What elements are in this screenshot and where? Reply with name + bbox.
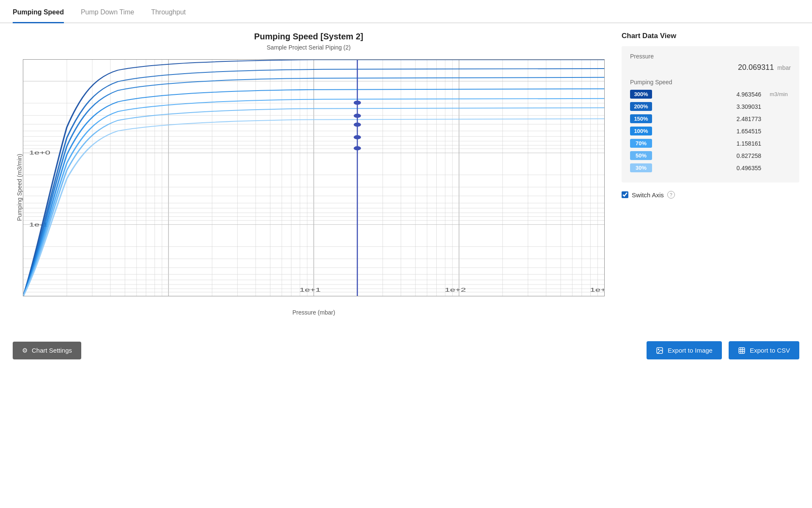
export-image-label: Export to Image — [668, 347, 713, 354]
pressure-value: 20.069311 — [738, 63, 774, 72]
data-view-box: Pressure 20.069311 mbar Pumping Speed 30… — [622, 46, 799, 182]
speed-row-30pct: 30%0.496355 — [630, 163, 791, 172]
speed-unit-300pct: m3/min — [770, 91, 791, 97]
speed-value-70pct: 1.158161 — [656, 140, 765, 147]
chart-settings-label: Chart Settings — [32, 347, 72, 354]
speed-row-150pct: 150%2.481773 — [630, 114, 791, 123]
svg-point-73 — [354, 146, 361, 150]
x-axis-label: Pressure (mbar) — [23, 309, 605, 316]
speed-value-50pct: 0.827258 — [656, 152, 765, 159]
speed-badge-30pct: 30% — [630, 163, 652, 172]
svg-text:1e+1: 1e+1 — [300, 287, 321, 293]
speed-row-70pct: 70%1.158161 — [630, 139, 791, 148]
right-panel: Chart Data View Pressure 20.069311 mbar … — [622, 32, 799, 316]
export-image-button[interactable]: Export to Image — [647, 341, 722, 359]
switch-axis-checkbox[interactable] — [622, 191, 628, 198]
chart-data-view-title: Chart Data View — [622, 32, 799, 40]
export-csv-label: Export to CSV — [750, 347, 790, 354]
speed-value-300pct: 4.963546 — [656, 91, 765, 98]
chart-settings-button[interactable]: ⚙ Chart Settings — [13, 342, 81, 359]
main-content: Pumping Speed [System 2] Sample Project … — [0, 23, 812, 324]
svg-text:1e+2: 1e+2 — [445, 287, 466, 293]
speed-badge-150pct: 150% — [630, 114, 652, 123]
bottom-toolbar: ⚙ Chart Settings Export to Image — [0, 333, 812, 368]
chart-wrapper: Pumping Speed (m3/min) — [13, 59, 605, 316]
switch-axis-label: Switch Axis — [632, 191, 664, 199]
tab-throughput[interactable]: Throughput — [151, 8, 186, 23]
export-csv-icon — [738, 346, 746, 354]
export-buttons: Export to Image Export to CSV — [647, 341, 799, 359]
export-csv-button[interactable]: Export to CSV — [729, 341, 799, 359]
svg-point-69 — [354, 101, 361, 105]
speed-row-300pct: 300%4.963546m3/min — [630, 90, 791, 99]
chart-subtitle: Sample Project Serial Piping (2) — [267, 44, 350, 51]
speed-badge-70pct: 70% — [630, 139, 652, 148]
svg-point-70 — [354, 114, 361, 118]
speed-value-100pct: 1.654515 — [656, 128, 765, 135]
speed-row-50pct: 50%0.827258 — [630, 151, 791, 160]
tab-pump-down-time[interactable]: Pump Down Time — [81, 8, 134, 23]
pressure-row: 20.069311 mbar — [630, 63, 791, 72]
svg-text:1e+3: 1e+3 — [590, 287, 605, 293]
help-icon[interactable]: ? — [667, 191, 675, 199]
pumping-speed-label: Pumping Speed — [630, 79, 791, 86]
pressure-section-label: Pressure — [630, 53, 791, 60]
speed-value-150pct: 2.481773 — [656, 116, 765, 122]
svg-text:1e+0: 1e+0 — [29, 149, 50, 156]
chart-svg[interactable]: 1e+0 1e-1 1e+1 1e+2 1e+3 — [23, 59, 605, 296]
gear-icon: ⚙ — [22, 347, 28, 354]
speed-value-200pct: 3.309031 — [656, 103, 765, 110]
chart-title: Pumping Speed [System 2] — [254, 32, 363, 41]
svg-rect-76 — [739, 348, 745, 353]
speed-row-100pct: 100%1.654515 — [630, 127, 791, 135]
svg-point-72 — [354, 135, 361, 139]
svg-point-75 — [658, 349, 659, 350]
export-image-icon — [656, 346, 663, 354]
chart-area: 1e+0 1e-1 1e+1 1e+2 1e+3 — [23, 59, 605, 316]
svg-point-71 — [354, 122, 361, 127]
speed-value-30pct: 0.496355 — [656, 165, 765, 171]
speed-badge-300pct: 300% — [630, 90, 652, 99]
speed-badge-50pct: 50% — [630, 151, 652, 160]
chart-svg-container[interactable]: 1e+0 1e-1 1e+1 1e+2 1e+3 — [23, 59, 605, 296]
y-axis-label: Pumping Speed (m3/min) — [13, 59, 23, 316]
chart-container: Pumping Speed [System 2] Sample Project … — [13, 32, 605, 316]
tab-pumping-speed[interactable]: Pumping Speed — [13, 8, 64, 23]
pressure-unit: mbar — [777, 64, 791, 71]
switch-axis-row: Switch Axis ? — [622, 191, 799, 199]
speed-badge-100pct: 100% — [630, 127, 652, 135]
speed-badge-200pct: 200% — [630, 102, 652, 111]
speed-rows: 300%4.963546m3/min200%3.309031150%2.4817… — [630, 90, 791, 172]
tab-bar: Pumping Speed Pump Down Time Throughput — [0, 0, 812, 23]
speed-row-200pct: 200%3.309031 — [630, 102, 791, 111]
